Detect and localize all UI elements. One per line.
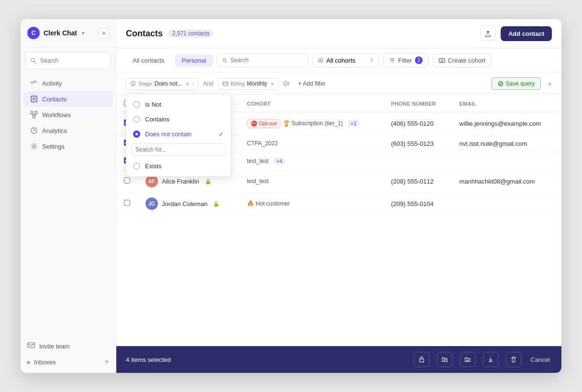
sidebar-footer: Invite team ▶ Inboxes +	[21, 334, 116, 373]
cohort-tag: test_test+4	[247, 158, 376, 164]
row-checkbox-cell[interactable]	[116, 193, 138, 215]
svg-rect-15	[28, 343, 34, 348]
extra-cohorts-badge: +1	[348, 120, 359, 127]
cohort-name: CTPA_2022	[247, 140, 278, 147]
dropdown-is-not[interactable]: Is Not	[126, 97, 231, 112]
sidebar-item-label: Activity	[42, 80, 62, 87]
stage-icon	[130, 81, 136, 87]
phone-cell: (406) 555-0120	[383, 112, 452, 135]
billing-filter-tag[interactable]: Billing Monthly ×	[218, 78, 279, 90]
search-icon	[222, 57, 228, 64]
svg-point-19	[320, 58, 323, 61]
create-cohort-button[interactable]: Create cohort	[433, 54, 492, 67]
contact-name-cell: JCJordan Coleman🔒	[138, 193, 239, 215]
does-not-contain-label: Does not contain	[145, 131, 192, 138]
search-box	[217, 54, 308, 67]
email-cell	[452, 193, 561, 215]
sidebar-search-input[interactable]	[40, 57, 112, 64]
svg-point-28	[133, 85, 133, 85]
page-title: Contacts	[126, 29, 163, 39]
svg-rect-6	[35, 111, 37, 114]
active-filter-row: Stage Does not... × ↕ And Billing Monthl…	[116, 73, 561, 95]
cohort-tag: ⛔ Opt-out🏆 Subscription (tier_1)+1	[247, 119, 376, 128]
app-name: Clerk Chat	[44, 29, 77, 37]
folder-up-icon	[441, 356, 448, 363]
create-cohort-label: Create cohort	[448, 57, 486, 64]
sidebar-item-contacts[interactable]: Contacts	[23, 91, 113, 107]
lock-icon: 🔒	[205, 178, 212, 185]
assign-action-button[interactable]	[437, 352, 452, 367]
download-action-button[interactable]	[483, 352, 498, 367]
avatar: JC	[146, 197, 158, 210]
svg-point-14	[33, 145, 35, 148]
invite-label: Invite team	[39, 343, 70, 350]
stage-filter-cursor: ↕	[191, 81, 194, 87]
sidebar-item-activity[interactable]: Activity	[23, 76, 113, 91]
billing-filter-close[interactable]: ×	[270, 80, 274, 87]
sidebar-item-analytics[interactable]: Analytics	[23, 123, 113, 138]
add-contact-button[interactable]: Add contact	[501, 26, 552, 41]
radio-is-not	[133, 101, 140, 108]
folder-move-icon	[464, 356, 471, 363]
inboxes-item[interactable]: ▶ Inboxes +	[21, 354, 116, 370]
activity-icon	[30, 79, 38, 87]
cohort-tag: CTPA_2022	[247, 140, 376, 147]
cohort-name: test_test	[247, 178, 269, 185]
svg-rect-23	[439, 58, 445, 62]
opt-out-badge: ⛔ Opt-out	[247, 119, 280, 128]
cohort-cell: test_test	[239, 170, 383, 193]
row-checkbox[interactable]	[124, 200, 130, 206]
cohort-create-icon	[439, 57, 445, 64]
page-header: Contacts 2,571 contacts Add contact	[116, 19, 561, 48]
dropdown-exists[interactable]: Exists	[126, 159, 231, 174]
tab-personal[interactable]: Personal	[175, 54, 213, 67]
main-content: Contacts 2,571 contacts Add contact All …	[116, 19, 561, 373]
contact-count-badge: 2,571 contacts	[168, 29, 213, 38]
extra-cohorts-badge: +4	[274, 158, 285, 164]
stage-filter-tag[interactable]: Stage Does not... × ↕	[126, 78, 198, 90]
svg-line-1	[34, 62, 36, 64]
sidebar-search-box[interactable]: ⌘ k	[25, 52, 111, 69]
dropdown-does-not-contain[interactable]: Does not contain ✓	[126, 127, 231, 142]
add-workspace-button[interactable]: +	[99, 28, 109, 38]
invite-team-item[interactable]: Invite team	[21, 338, 116, 354]
workflows-icon	[30, 111, 38, 119]
upload-icon	[484, 30, 492, 37]
delete-action-button[interactable]	[506, 352, 521, 367]
sidebar-item-settings[interactable]: Settings	[23, 139, 113, 154]
tab-all-contacts[interactable]: All contacts	[126, 54, 171, 67]
contacts-search-input[interactable]	[230, 57, 302, 64]
cohort-cell: test_test+4	[239, 152, 383, 170]
row-checkbox[interactable]	[124, 177, 130, 184]
cohort-name: test_test	[247, 158, 269, 164]
cancel-selection-button[interactable]: Cancel	[529, 356, 552, 363]
chevron-right-icon: ▶	[27, 359, 31, 365]
contact-name-text: Alice Franklin	[162, 178, 199, 185]
export-button[interactable]	[481, 26, 496, 41]
lock-icon: 🔒	[213, 201, 220, 207]
dropdown-contains[interactable]: Contains	[126, 112, 231, 127]
svg-line-17	[225, 61, 227, 62]
billing-label: Billing	[231, 81, 245, 87]
save-query-button[interactable]: Save query	[492, 77, 541, 90]
close-filters-button[interactable]: ×	[548, 80, 552, 88]
move-action-button[interactable]	[460, 352, 475, 367]
cohort-tag: 🔥 Hot customer	[247, 200, 376, 207]
stage-filter-close[interactable]: ×	[186, 80, 190, 87]
add-filter-button[interactable]: + Add filter	[294, 78, 329, 89]
invite-icon	[27, 342, 35, 350]
bottom-selection-bar: 4 items selected Cancel	[116, 346, 561, 373]
save-query-label: Save query	[506, 80, 535, 87]
filter-label: Filter	[398, 57, 412, 64]
dropdown-search-input[interactable]	[131, 143, 226, 156]
sidebar-item-workflows[interactable]: Workflows	[23, 107, 113, 122]
main-nav: Activity Contacts Workflows Analytics Se…	[21, 72, 116, 334]
filter-button[interactable]: Filter 2	[383, 53, 429, 67]
filter-dropdown: Is Not Contains Does not contain ✓ Exist	[126, 94, 231, 177]
sidebar-item-label: Settings	[42, 143, 65, 150]
stage-value: Does not...	[155, 80, 182, 87]
cohort-select[interactable]: All cohorts ⇕	[312, 54, 379, 67]
lock-action-button[interactable]	[414, 352, 429, 367]
add-inbox-button[interactable]: +	[105, 358, 109, 366]
sidebar-logo[interactable]: C Clerk Chat ▾ +	[21, 19, 116, 47]
